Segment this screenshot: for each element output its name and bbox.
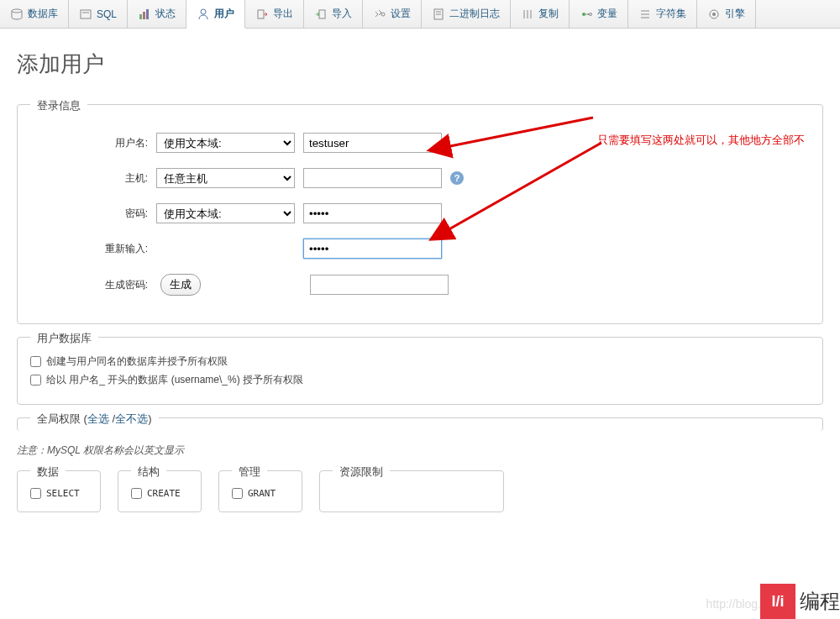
tab-binlog[interactable]: 二进制日志 <box>422 0 511 28</box>
tab-export[interactable]: 导出 <box>245 0 304 28</box>
host-row: 主机: 任意主机 ? <box>30 168 810 188</box>
tab-label: 状态 <box>155 7 176 21</box>
svg-point-17 <box>590 13 592 15</box>
svg-rect-5 <box>146 9 149 19</box>
generate-row: 生成密码: 生成 <box>30 274 810 296</box>
copy-icon <box>521 8 534 21</box>
user-icon <box>197 8 210 21</box>
settings-icon <box>373 8 386 21</box>
username-input[interactable] <box>303 133 442 153</box>
var-icon <box>580 8 593 21</box>
host-input[interactable] <box>303 168 442 188</box>
option-label: 给以 用户名_ 开头的数据库 (username\_%) 授予所有权限 <box>46 373 303 387</box>
data-priv-group: 数据 SELECT <box>17 470 101 512</box>
status-icon <box>138 8 151 21</box>
tab-label: 导入 <box>332 7 352 21</box>
password-input[interactable] <box>303 203 442 223</box>
svg-point-9 <box>381 13 385 16</box>
global-priv-fieldset: 全局权限 (全选 /全不选) <box>17 417 823 431</box>
priv-create[interactable]: CREATE <box>131 488 188 499</box>
username-label: 用户名: <box>30 136 156 150</box>
priv-select[interactable]: SELECT <box>30 488 87 499</box>
host-select[interactable]: 任意主机 <box>156 168 295 188</box>
retype-row: 重新输入: <box>30 239 810 259</box>
create-checkbox[interactable] <box>131 488 142 499</box>
svg-rect-4 <box>143 12 145 19</box>
retype-input[interactable] <box>303 239 442 259</box>
create-same-db-checkbox[interactable] <box>30 356 41 367</box>
tab-variables[interactable]: 变量 <box>570 0 628 28</box>
tab-label: 用户 <box>214 7 234 21</box>
tab-user[interactable]: 用户 <box>186 0 245 29</box>
retype-label: 重新输入: <box>30 242 156 256</box>
select-checkbox[interactable] <box>30 488 41 499</box>
svg-point-6 <box>201 9 206 14</box>
login-info-legend: 登录信息 <box>30 97 87 115</box>
create-same-db-option[interactable]: 创建与用户同名的数据库并授予所有权限 <box>30 354 810 369</box>
arrow-2-icon <box>438 139 606 242</box>
admin-priv-group: 管理 GRANT <box>218 470 302 512</box>
user-db-legend: 用户数据库 <box>30 329 98 348</box>
top-tabs: 数据库 SQL 状态 用户 导出 导入 设置 二进制日志 复制 变量 字符集 <box>0 0 840 29</box>
svg-line-25 <box>446 143 601 231</box>
select-all-link[interactable]: 全选 <box>87 412 109 425</box>
login-info-fieldset: 登录信息 用户名: 使用文本域: 主机: 任意主机 ? 密码: 使用文本域: 重… <box>17 104 823 324</box>
svg-rect-8 <box>319 10 325 18</box>
tab-replication[interactable]: 复制 <box>511 0 570 28</box>
global-priv-legend: 全局权限 (全选 /全不选) <box>30 410 159 428</box>
svg-point-16 <box>582 13 585 16</box>
grant-checkbox[interactable] <box>232 488 243 499</box>
import-icon <box>314 8 328 21</box>
generated-password-input[interactable] <box>310 275 449 295</box>
tab-label: 二进制日志 <box>449 7 500 21</box>
svg-point-0 <box>12 9 22 13</box>
log-icon <box>432 8 445 21</box>
host-label: 主机: <box>30 171 156 186</box>
page-title: 添加用户 <box>0 29 840 96</box>
svg-point-22 <box>712 13 716 16</box>
svg-rect-3 <box>139 14 142 19</box>
password-row: 密码: 使用文本域: <box>30 203 810 223</box>
generate-label: 生成密码: <box>30 278 156 292</box>
export-icon <box>255 8 269 21</box>
grant-prefix-db-option[interactable]: 给以 用户名_ 开头的数据库 (username\_%) 授予所有权限 <box>30 373 810 387</box>
resource-legend: 资源限制 <box>333 463 390 481</box>
priv-label: SELECT <box>46 488 80 499</box>
tab-import[interactable]: 导入 <box>304 0 363 28</box>
note-text: 注意：MySQL 权限名称会以英文显示 <box>17 443 823 458</box>
tab-label: 引擎 <box>725 7 745 21</box>
structure-priv-group: 结构 CREATE <box>118 470 202 512</box>
admin-legend: 管理 <box>232 463 267 481</box>
data-legend: 数据 <box>30 463 66 481</box>
grant-prefix-db-checkbox[interactable] <box>30 375 41 386</box>
priv-label: CREATE <box>147 488 181 499</box>
tab-engine[interactable]: 引擎 <box>697 0 756 28</box>
resource-limit-group: 资源限制 <box>319 470 504 512</box>
tab-label: 设置 <box>391 7 411 21</box>
tab-settings[interactable]: 设置 <box>363 0 422 28</box>
structure-legend: 结构 <box>131 463 166 481</box>
svg-rect-7 <box>258 10 264 18</box>
password-label: 密码: <box>30 207 156 221</box>
username-select[interactable]: 使用文本域: <box>156 133 295 153</box>
tab-label: 字符集 <box>656 7 686 21</box>
deselect-all-link[interactable]: 全不选 <box>115 412 148 425</box>
tab-label: 数据库 <box>28 7 58 21</box>
tab-label: 导出 <box>273 7 293 21</box>
priv-label: GRANT <box>248 488 276 499</box>
engine-icon <box>707 8 721 21</box>
tab-status[interactable]: 状态 <box>128 0 186 28</box>
database-icon <box>10 8 24 21</box>
tab-database[interactable]: 数据库 <box>0 0 69 28</box>
charset-icon <box>638 8 652 21</box>
svg-rect-1 <box>81 10 91 18</box>
annotation-text: 只需要填写这两处就可以，其他地方全部不 <box>597 133 805 148</box>
generate-button[interactable]: 生成 <box>160 274 201 296</box>
priv-grant[interactable]: GRANT <box>232 488 289 499</box>
tab-label: 复制 <box>538 7 559 21</box>
priv-groups: 数据 SELECT 结构 CREATE 管理 GRANT 资源限制 <box>17 470 823 512</box>
option-label: 创建与用户同名的数据库并授予所有权限 <box>46 354 228 369</box>
password-select[interactable]: 使用文本域: <box>156 203 295 223</box>
tab-sql[interactable]: SQL <box>69 0 128 28</box>
tab-charset[interactable]: 字符集 <box>628 0 697 28</box>
